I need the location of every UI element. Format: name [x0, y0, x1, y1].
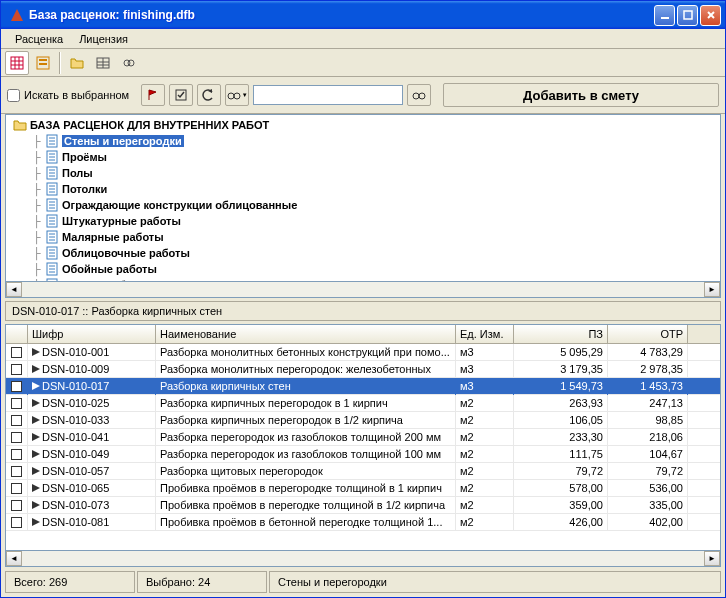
row-name: Разборка щитовых перегородок — [156, 463, 456, 480]
grid-body[interactable]: DSN-010-001 Разборка монолитных бетонных… — [6, 344, 720, 550]
tree-item[interactable]: ├Облицовочные работы — [8, 245, 718, 261]
row-checkbox[interactable] — [6, 344, 28, 361]
undo-button[interactable] — [197, 84, 221, 106]
row-checkbox[interactable] — [6, 463, 28, 480]
add-to-estimate-button[interactable]: Добавить в смету — [443, 83, 719, 107]
row-otr: 1 453,73 — [608, 378, 688, 395]
tree-item[interactable]: ├Штукатурные работы — [8, 213, 718, 229]
tree-item-label: Обойные работы — [62, 263, 157, 275]
tree-item[interactable]: ├Ограждающие конструкции облицованные — [8, 197, 718, 213]
row-checkbox[interactable] — [6, 412, 28, 429]
table-row[interactable]: DSN-010-009 Разборка монолитных перегоро… — [6, 361, 720, 378]
search-in-selection-checkbox[interactable] — [7, 89, 20, 102]
row-unit: м3 — [456, 344, 514, 361]
row-checkbox[interactable] — [6, 378, 28, 395]
tree-branch-icon: ├ — [32, 135, 42, 147]
search-in-selection-label: Искать в выбранном — [24, 89, 129, 101]
tool-folder-icon[interactable] — [65, 51, 89, 75]
tree-item[interactable]: ├Потолки — [8, 181, 718, 197]
row-indicator: DSN-010-009 — [28, 361, 156, 378]
svg-marker-72 — [32, 484, 40, 492]
row-checkbox[interactable] — [6, 497, 28, 514]
table-row[interactable]: DSN-010-041 Разборка перегородок из газо… — [6, 429, 720, 446]
row-checkbox[interactable] — [6, 361, 28, 378]
svg-point-23 — [419, 93, 425, 99]
searchbar: Искать в выбранном ▼ Добавить в смету — [1, 77, 725, 114]
grid-header: Шифр Наименование Ед. Изм. ПЗ ОТР — [6, 325, 720, 344]
tree-root-item[interactable]: БАЗА РАСЦЕНОК ДЛЯ ВНУТРЕННИХ РАБОТ — [8, 117, 718, 133]
row-indicator: DSN-010-001 — [28, 344, 156, 361]
menu-rate[interactable]: Расценка — [7, 31, 71, 47]
svg-rect-5 — [11, 57, 23, 69]
row-pz: 578,00 — [514, 480, 608, 497]
folder-icon — [13, 118, 27, 132]
col-otr[interactable]: ОТР — [608, 325, 688, 343]
tree-hscroll[interactable]: ◄► — [5, 282, 721, 298]
table-row[interactable]: DSN-010-033 Разборка кирпичных перегород… — [6, 412, 720, 429]
tree-item[interactable]: ├Стены и перегородки — [8, 133, 718, 149]
menu-license[interactable]: Лицензия — [71, 31, 136, 47]
page-icon — [45, 134, 59, 148]
table-row[interactable]: DSN-010-081 Пробивка проёмов в бетонной … — [6, 514, 720, 531]
row-checkbox[interactable] — [6, 514, 28, 531]
app-icon — [9, 7, 25, 23]
row-checkbox[interactable] — [6, 480, 28, 497]
tree-item-label: Потолки — [62, 183, 107, 195]
row-indicator: DSN-010-081 — [28, 514, 156, 531]
tree-item[interactable]: ├Полы — [8, 165, 718, 181]
tool-link-icon[interactable] — [117, 51, 141, 75]
row-name: Разборка кирпичных перегородок в 1/2 кир… — [156, 412, 456, 429]
tree-branch-icon: ├ — [32, 183, 42, 195]
tree-branch-icon: ├ — [32, 231, 42, 243]
svg-rect-12 — [39, 63, 47, 65]
minimize-button[interactable] — [654, 5, 675, 26]
col-unit[interactable]: Ед. Изм. — [456, 325, 514, 343]
row-pz: 111,75 — [514, 446, 608, 463]
svg-marker-68 — [32, 416, 40, 424]
col-checkbox[interactable] — [6, 325, 28, 343]
col-name[interactable]: Наименование — [156, 325, 456, 343]
search-input[interactable] — [253, 85, 403, 105]
tree-branch-icon: ├ — [32, 167, 42, 179]
svg-point-18 — [128, 60, 134, 66]
tool-grid-icon[interactable] — [5, 51, 29, 75]
col-pz[interactable]: ПЗ — [514, 325, 608, 343]
maximize-button[interactable] — [677, 5, 698, 26]
table-row[interactable]: DSN-010-025 Разборка кирпичных перегород… — [6, 395, 720, 412]
tree-branch-icon: ├ — [32, 263, 42, 275]
tree-item-label: Полы — [62, 167, 93, 179]
row-name: Разборка монолитных перегородок: железоб… — [156, 361, 456, 378]
row-unit: м2 — [456, 514, 514, 531]
row-pz: 5 095,29 — [514, 344, 608, 361]
check-button[interactable] — [169, 84, 193, 106]
binoculars-dropdown-button[interactable]: ▼ — [225, 84, 249, 106]
tree-item[interactable]: ├Малярные работы — [8, 229, 718, 245]
flag-button[interactable] — [141, 84, 165, 106]
row-indicator: DSN-010-025 — [28, 395, 156, 412]
table-row[interactable]: DSN-010-001 Разборка монолитных бетонных… — [6, 344, 720, 361]
row-otr: 4 783,29 — [608, 344, 688, 361]
row-name: Пробивка проёмов в перегодке толщиной в … — [156, 497, 456, 514]
row-checkbox[interactable] — [6, 446, 28, 463]
table-row[interactable]: DSN-010-049 Разборка перегородок из газо… — [6, 446, 720, 463]
tool-form-icon[interactable] — [31, 51, 55, 75]
col-code[interactable]: Шифр — [28, 325, 156, 343]
table-row[interactable]: DSN-010-073 Пробивка проёмов в перегодке… — [6, 497, 720, 514]
table-row[interactable]: DSN-010-065 Пробивка проёмов в перегород… — [6, 480, 720, 497]
binoculars-button[interactable] — [407, 84, 431, 106]
row-name: Разборка перегородок из газоблоков толщи… — [156, 446, 456, 463]
tree-item[interactable]: ├Проёмы — [8, 149, 718, 165]
tree-item[interactable]: ├Обойные работы — [8, 261, 718, 277]
table-row[interactable]: DSN-010-017 Разборка кирпичных стен м3 1… — [6, 378, 720, 395]
row-checkbox[interactable] — [6, 429, 28, 446]
table-row[interactable]: DSN-010-057 Разборка щитовых перегородок… — [6, 463, 720, 480]
grid-hscroll[interactable]: ◄► — [5, 551, 721, 567]
close-button[interactable] — [700, 5, 721, 26]
row-unit: м2 — [456, 429, 514, 446]
row-checkbox[interactable] — [6, 395, 28, 412]
tool-table-icon[interactable] — [91, 51, 115, 75]
svg-marker-70 — [32, 450, 40, 458]
titlebar: База расценок: finishing.dfb — [1, 1, 725, 29]
svg-rect-2 — [684, 11, 692, 19]
tree-panel[interactable]: БАЗА РАСЦЕНОК ДЛЯ ВНУТРЕННИХ РАБОТ ├Стен… — [5, 114, 721, 282]
